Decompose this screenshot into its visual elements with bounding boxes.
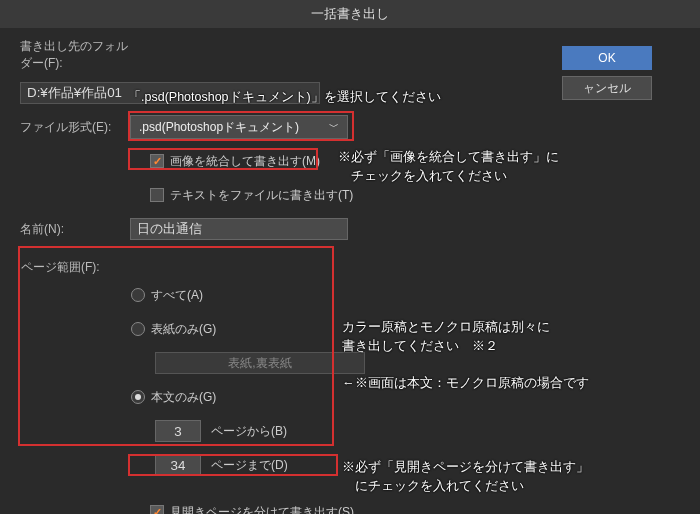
cover-text-box: 表紙,裏表紙 xyxy=(155,352,365,374)
note-merge: ※必ず「画像を統合して書き出す」に チェックを入れてください xyxy=(338,148,559,186)
merge-label: 画像を統合して書き出す(M) xyxy=(170,153,320,170)
name-input[interactable] xyxy=(130,218,348,240)
spread-label: 見開きページを分けて書き出す(S) xyxy=(170,504,354,515)
text-export-label: テキストをファイルに書き出す(T) xyxy=(170,187,353,204)
radio-all-label: すべて(A) xyxy=(151,287,203,304)
radio-cover-label: 表紙のみ(G) xyxy=(151,321,216,338)
note-format: 「.psd(Photoshopドキュメント)」を選択してください xyxy=(128,88,441,107)
spread-checkbox[interactable] xyxy=(150,505,164,514)
chevron-down-icon: ﹀ xyxy=(329,120,339,134)
note-body: ←※画面は本文：モノクロ原稿の場合です xyxy=(342,374,589,393)
ok-button[interactable]: OK xyxy=(562,46,652,70)
folder-label: 書き出し先のフォルダー(F): xyxy=(20,38,130,72)
page-from-label: ページから(B) xyxy=(211,423,287,440)
note-spread: ※必ず「見開きページを分けて書き出す」 にチェックを入れてください xyxy=(342,458,589,496)
text-export-checkbox[interactable] xyxy=(150,188,164,202)
radio-all[interactable] xyxy=(131,288,145,302)
radio-body[interactable] xyxy=(131,390,145,404)
merge-checkbox[interactable] xyxy=(150,154,164,168)
note-color: カラー原稿とモノクロ原稿は別々に 書き出してください ※２ xyxy=(342,318,550,356)
cancel-button[interactable]: ャンセル xyxy=(562,76,652,100)
page-from-input[interactable] xyxy=(155,420,201,442)
page-to-input[interactable] xyxy=(155,454,201,476)
radio-cover[interactable] xyxy=(131,322,145,336)
format-value: .psd(Photoshopドキュメント) xyxy=(139,119,299,136)
window-titlebar: 一括書き出し xyxy=(0,0,700,28)
format-label: ファイル形式(E): xyxy=(20,119,130,136)
pagerange-label: ページ範囲(F): xyxy=(21,259,679,276)
radio-body-label: 本文のみ(G) xyxy=(151,389,216,406)
window-title: 一括書き出し xyxy=(311,5,389,23)
name-label: 名前(N): xyxy=(20,221,130,238)
format-select[interactable]: .psd(Photoshopドキュメント) ﹀ xyxy=(130,115,348,139)
page-to-label: ページまで(D) xyxy=(211,457,288,474)
